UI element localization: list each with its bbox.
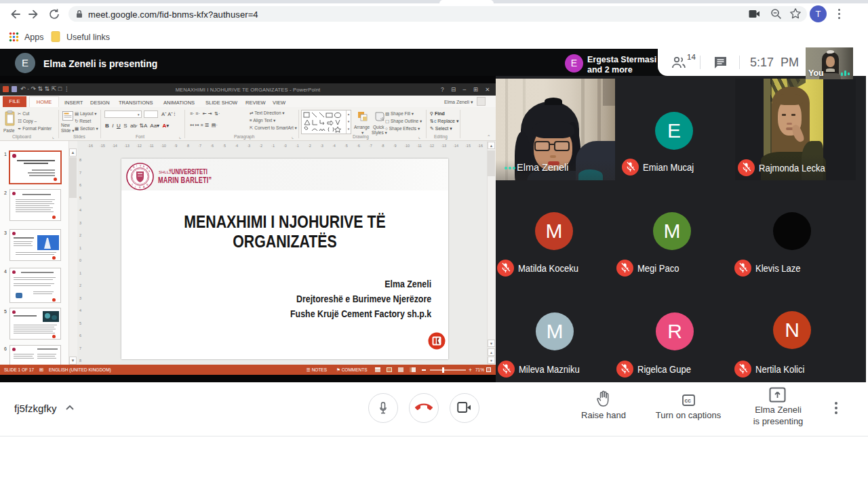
svg-text:I: I <box>136 165 137 167</box>
svg-text:I: I <box>135 186 136 188</box>
svg-text:cc: cc <box>685 397 692 404</box>
